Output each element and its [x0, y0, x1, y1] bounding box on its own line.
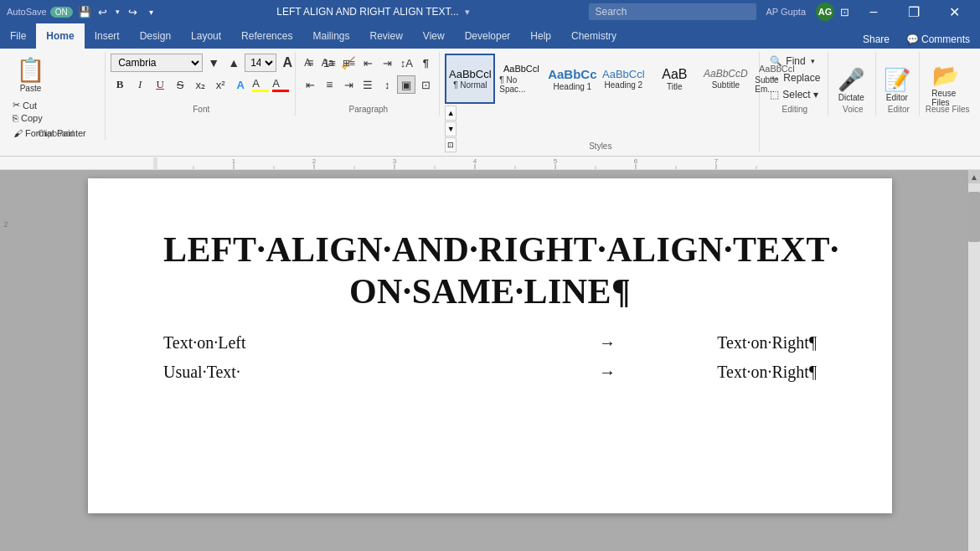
undo-dropdown-icon[interactable]: ▾	[111, 5, 125, 18]
align-right-button[interactable]: ⇥	[339, 75, 358, 94]
restore-button[interactable]: ❐	[895, 0, 933, 23]
show-formatting-button[interactable]: ¶	[416, 54, 435, 72]
dictate-button[interactable]: 🎤 Dictate	[831, 64, 871, 106]
style-normal[interactable]: AaBbCcl ¶ Normal	[445, 54, 495, 104]
tab-layout[interactable]: Layout	[181, 23, 231, 49]
tab-chemistry[interactable]: Chemistry	[561, 23, 627, 49]
tab-review[interactable]: Review	[359, 23, 412, 49]
share-button[interactable]: Share	[853, 30, 900, 49]
find-button[interactable]: 🔍 Find ▾	[765, 54, 819, 69]
increase-font-size-icon[interactable]: ▲	[224, 54, 243, 72]
find-icon: 🔍	[770, 55, 782, 67]
editor-group-label: Editor	[878, 105, 919, 114]
reuse-files-group-label: Reuse Files	[921, 105, 973, 114]
scroll-track[interactable]	[968, 183, 980, 551]
customize-qat-icon[interactable]: ▾	[145, 5, 158, 18]
increase-indent-button[interactable]: ⇥	[378, 54, 396, 72]
document-page[interactable]: LEFT·ALIGN·AND·RIGHT·ALIGN·TEXT· ON·SAME…	[88, 178, 892, 513]
copy-button[interactable]: ⎘ Copy	[10, 112, 90, 124]
strikethrough-button[interactable]: S	[171, 75, 189, 94]
ribbon-display-icon[interactable]: ⊡	[838, 5, 851, 18]
svg-text:7: 7	[714, 157, 719, 165]
style-subtitle[interactable]: AaBbCcD Subtitle	[700, 54, 750, 104]
doc-row-2[interactable]: Usual·Text· → Text·on·Right¶	[163, 363, 817, 382]
sort-button[interactable]: ↕A	[397, 54, 415, 72]
style-no-space[interactable]: AaBbCcl ¶ No Spac...	[496, 54, 546, 104]
borders-button[interactable]: ⊡	[416, 75, 435, 94]
style-heading2[interactable]: AaBbCcl Heading 2	[598, 54, 648, 104]
font-color-button[interactable]: A	[271, 75, 290, 94]
bold-button[interactable]: B	[111, 75, 129, 94]
vertical-scrollbar[interactable]: ▲ ▼	[968, 170, 980, 551]
tab-developer[interactable]: Developer	[455, 23, 521, 49]
comments-button[interactable]: 💬 Comments	[906, 33, 970, 45]
tab-view[interactable]: View	[413, 23, 455, 49]
grow-font-icon[interactable]: A	[278, 54, 297, 72]
style-title-label: Title	[667, 82, 683, 91]
paste-button[interactable]: 📋 Paste	[10, 54, 51, 95]
copy-label: Copy	[21, 113, 43, 123]
style-h1-label: Heading 1	[554, 82, 592, 91]
reuse-files-button[interactable]: 📂 Reuse Files	[925, 59, 967, 111]
scroll-up-button[interactable]: ▲	[968, 170, 980, 183]
style-title[interactable]: AaB Title	[649, 54, 699, 104]
paste-icon: 📋	[16, 56, 45, 84]
minimize-button[interactable]: –	[854, 0, 893, 23]
tab-insert[interactable]: Insert	[85, 23, 130, 49]
close-button[interactable]: ✕	[935, 0, 973, 23]
scroll-thumb[interactable]	[968, 192, 980, 242]
tab-mailings[interactable]: Mailings	[302, 23, 359, 49]
subscript-button[interactable]: x₂	[191, 75, 209, 94]
style-heading1[interactable]: AaBbCc Heading 1	[547, 54, 597, 104]
style-nospace-label: ¶ No Spac...	[499, 75, 543, 94]
italic-button[interactable]: I	[131, 75, 149, 94]
styles-scroll-down[interactable]: ▼	[445, 121, 456, 136]
select-button[interactable]: ⬚ Select ▾	[765, 87, 823, 102]
shading-button[interactable]: ▣	[397, 75, 415, 94]
underline-button[interactable]: U	[151, 75, 169, 94]
find-dropdown-icon[interactable]: ▾	[811, 57, 815, 65]
text-effects-button[interactable]: A	[231, 75, 250, 94]
multilevel-list-button[interactable]: ⊞≡	[339, 54, 358, 72]
find-label: Find	[786, 55, 805, 67]
avatar[interactable]: AG	[816, 3, 834, 21]
decrease-indent-button[interactable]: ⇤	[358, 54, 377, 72]
cut-button[interactable]: ✂ Cut	[10, 99, 90, 111]
document-heading[interactable]: LEFT·ALIGN·AND·RIGHT·ALIGN·TEXT· ON·SAME…	[163, 229, 817, 313]
ruler: /* static ruler ticks */ 1 2 3 4 5 6 7	[0, 157, 980, 170]
align-center-button[interactable]: ≡	[320, 75, 338, 94]
redo-icon[interactable]: ↪	[126, 5, 140, 18]
tab-references[interactable]: References	[231, 23, 302, 49]
tab-help[interactable]: Help	[520, 23, 561, 49]
decrease-font-size-icon[interactable]: ▼	[204, 54, 223, 72]
save-icon[interactable]: 💾	[78, 5, 91, 18]
superscript-button[interactable]: x²	[211, 75, 230, 94]
autosave-toggle[interactable]: ON	[50, 7, 73, 18]
tab-design[interactable]: Design	[130, 23, 181, 49]
search-input[interactable]	[589, 3, 756, 20]
numbering-button[interactable]: 1≡	[320, 54, 338, 72]
replace-button[interactable]: ↔ Replace	[765, 70, 825, 85]
highlight-color-button[interactable]: A	[251, 75, 270, 94]
justify-button[interactable]: ☰	[358, 75, 377, 94]
paste-label: Paste	[20, 84, 42, 93]
doc-row-1[interactable]: Text·on·Left → Text·on·Right¶	[163, 333, 817, 353]
bullets-button[interactable]: ≡	[301, 54, 319, 72]
font-name-select[interactable]: Cambria	[111, 54, 203, 72]
reuse-files-group: 📂 Reuse Files Reuse Files	[921, 52, 973, 116]
line-spacing-button[interactable]: ↕	[378, 75, 396, 94]
undo-icon[interactable]: ↩	[96, 5, 110, 18]
tab-home[interactable]: Home	[36, 23, 84, 49]
svg-text:3: 3	[393, 157, 397, 165]
svg-text:1: 1	[232, 157, 236, 165]
document-scroll[interactable]: LEFT·ALIGN·AND·RIGHT·ALIGN·TEXT· ON·SAME…	[12, 170, 968, 551]
tab-file[interactable]: File	[0, 23, 36, 49]
styles-gallery: AaBbCcl ¶ Normal AaBbCcl ¶ No Spac... Aa…	[445, 54, 802, 104]
font-size-select[interactable]: 14	[245, 54, 276, 72]
editing-group: 🔍 Find ▾ ↔ Replace ⬚ Select ▾ Editing	[761, 52, 828, 116]
title-dropdown-icon[interactable]: ▾	[465, 7, 470, 17]
align-left-button[interactable]: ⇤	[301, 75, 319, 94]
styles-scroll-up[interactable]: ▲	[445, 106, 456, 121]
editor-button[interactable]: 📝 Editor	[877, 64, 917, 106]
doc-row-2-arrow: →	[599, 363, 616, 382]
